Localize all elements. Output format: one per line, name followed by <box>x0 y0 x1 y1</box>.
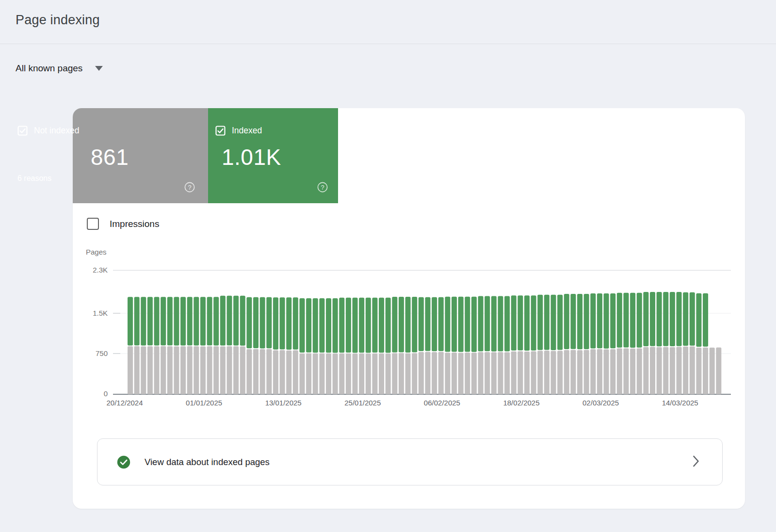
impressions-checkbox[interactable]: Impressions <box>87 218 159 230</box>
bar-indexed[interactable] <box>471 297 477 352</box>
bar-not-indexed[interactable] <box>445 353 450 394</box>
bar-indexed[interactable] <box>141 297 146 345</box>
bar-not-indexed[interactable] <box>690 346 695 394</box>
bar-indexed[interactable] <box>690 292 695 346</box>
bar-indexed[interactable] <box>511 295 517 351</box>
bar-not-indexed[interactable] <box>498 352 503 394</box>
bar-indexed[interactable] <box>531 295 536 350</box>
bar-indexed[interactable] <box>465 297 470 352</box>
bar-indexed[interactable] <box>286 297 291 350</box>
bar-indexed[interactable] <box>491 296 497 352</box>
bar-indexed[interactable] <box>584 294 589 349</box>
bar-not-indexed[interactable] <box>419 352 424 394</box>
bar-not-indexed[interactable] <box>339 354 344 394</box>
bar-not-indexed[interactable] <box>240 346 245 394</box>
bar-indexed[interactable] <box>260 297 265 349</box>
bar-not-indexed[interactable] <box>226 346 232 394</box>
bar-indexed[interactable] <box>194 297 199 345</box>
bar-not-indexed[interactable] <box>128 346 133 394</box>
bar-indexed[interactable] <box>233 296 239 346</box>
bar-indexed[interactable] <box>220 296 226 346</box>
bar-not-indexed[interactable] <box>564 350 569 394</box>
bar-not-indexed[interactable] <box>504 352 510 394</box>
bar-not-indexed[interactable] <box>280 350 285 394</box>
bar-indexed[interactable] <box>557 295 563 350</box>
bar-indexed[interactable] <box>617 293 622 348</box>
bar-indexed[interactable] <box>333 298 338 353</box>
bar-not-indexed[interactable] <box>246 349 252 394</box>
bar-not-indexed[interactable] <box>677 347 682 394</box>
pages-filter-dropdown[interactable]: All known pages <box>16 61 103 76</box>
bar-not-indexed[interactable] <box>174 346 179 394</box>
bar-indexed[interactable] <box>597 293 602 348</box>
bar-indexed[interactable] <box>174 297 179 345</box>
bar-indexed[interactable] <box>346 298 351 353</box>
bar-not-indexed[interactable] <box>200 346 206 394</box>
bar-not-indexed[interactable] <box>537 351 543 394</box>
bar-indexed[interactable] <box>544 295 550 350</box>
bar-not-indexed[interactable] <box>604 349 609 394</box>
bar-indexed[interactable] <box>517 295 523 350</box>
bar-indexed[interactable] <box>696 293 701 347</box>
bar-not-indexed[interactable] <box>623 348 629 394</box>
bar-not-indexed[interactable] <box>584 350 589 394</box>
bar-indexed[interactable] <box>187 297 193 345</box>
bar-not-indexed[interactable] <box>643 347 648 394</box>
bar-indexed[interactable] <box>147 297 153 345</box>
bar-not-indexed[interactable] <box>517 351 523 394</box>
bar-indexed[interactable] <box>637 293 642 348</box>
bar-not-indexed[interactable] <box>266 349 272 394</box>
bar-not-indexed[interactable] <box>313 354 318 394</box>
bar-indexed[interactable] <box>577 294 582 349</box>
bar-not-indexed[interactable] <box>412 353 417 394</box>
bar-indexed[interactable] <box>452 297 457 352</box>
bar-not-indexed[interactable] <box>399 353 404 394</box>
bar-not-indexed[interactable] <box>617 348 622 394</box>
bar-indexed[interactable] <box>524 295 530 351</box>
bar-indexed[interactable] <box>246 297 252 349</box>
bar-not-indexed[interactable] <box>657 347 662 394</box>
bar-indexed[interactable] <box>570 294 576 349</box>
bar-not-indexed[interactable] <box>180 346 186 394</box>
bar-indexed[interactable] <box>432 297 437 352</box>
bar-indexed[interactable] <box>128 297 133 345</box>
bar-indexed[interactable] <box>359 298 364 353</box>
bar-not-indexed[interactable] <box>485 352 490 394</box>
bar-indexed[interactable] <box>485 296 490 352</box>
bar-not-indexed[interactable] <box>590 349 596 394</box>
bar-indexed[interactable] <box>154 297 160 345</box>
bar-not-indexed[interactable] <box>577 350 582 394</box>
bar-not-indexed[interactable] <box>220 346 226 394</box>
bar-not-indexed[interactable] <box>366 354 371 394</box>
bar-indexed[interactable] <box>610 293 615 348</box>
bar-not-indexed[interactable] <box>392 353 397 394</box>
bar-indexed[interactable] <box>630 293 635 348</box>
view-indexed-data-row[interactable]: View data about indexed pages <box>97 438 723 485</box>
bar-indexed[interactable] <box>657 292 662 346</box>
bar-not-indexed[interactable] <box>372 354 377 394</box>
bar-not-indexed[interactable] <box>531 351 536 394</box>
bar-not-indexed[interactable] <box>213 346 219 394</box>
bar-indexed[interactable] <box>438 297 444 351</box>
bar-indexed[interactable] <box>207 297 212 345</box>
bar-indexed[interactable] <box>551 295 556 350</box>
bar-not-indexed[interactable] <box>194 346 199 394</box>
bar-not-indexed[interactable] <box>557 351 563 394</box>
bar-not-indexed[interactable] <box>703 347 708 394</box>
bar-not-indexed[interactable] <box>597 349 602 394</box>
bar-not-indexed[interactable] <box>353 354 358 394</box>
bar-indexed[interactable] <box>670 292 675 346</box>
bar-indexed[interactable] <box>412 297 417 353</box>
bar-not-indexed[interactable] <box>471 353 477 394</box>
bar-indexed[interactable] <box>683 292 688 346</box>
bar-not-indexed[interactable] <box>491 352 497 394</box>
bar-indexed[interactable] <box>253 297 259 348</box>
bar-indexed[interactable] <box>504 296 510 352</box>
bar-not-indexed[interactable] <box>299 354 305 394</box>
bar-not-indexed[interactable] <box>147 346 153 394</box>
bar-not-indexed[interactable] <box>333 354 338 394</box>
bar-not-indexed[interactable] <box>286 351 291 394</box>
bar-indexed[interactable] <box>604 293 609 349</box>
bar-not-indexed[interactable] <box>670 347 675 394</box>
bar-not-indexed[interactable] <box>207 346 212 394</box>
